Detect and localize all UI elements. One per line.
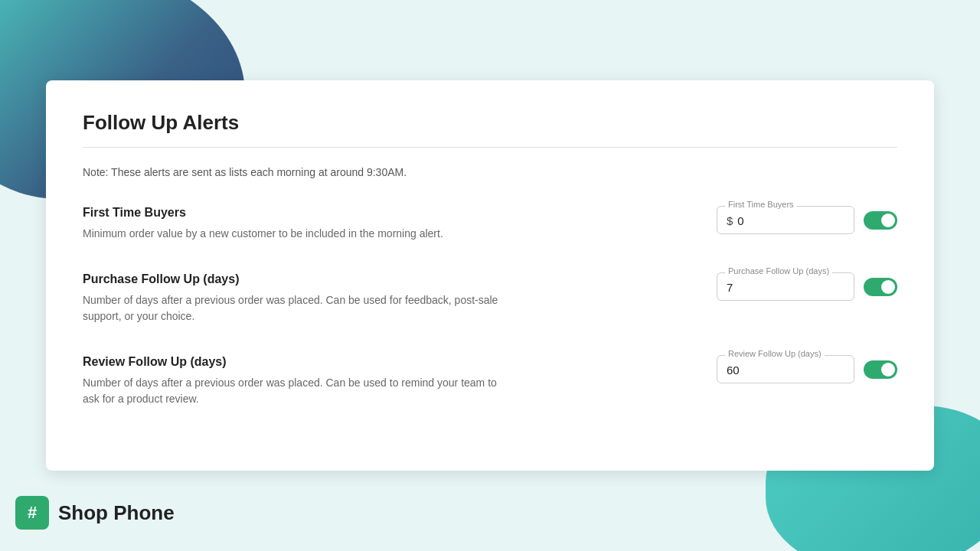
toggle-first-time-buyers[interactable] bbox=[864, 211, 897, 230]
field-input-row-first-time-buyers: $ 0 bbox=[727, 211, 844, 227]
toggle-knob-review-follow-up bbox=[881, 363, 895, 377]
field-wrapper-purchase-follow-up: Purchase Follow Up (days) 7 bbox=[717, 272, 854, 301]
brand-logo: # Shop Phone bbox=[15, 496, 175, 530]
field-value-purchase-follow-up[interactable]: 7 bbox=[727, 281, 733, 294]
toggle-knob-purchase-follow-up bbox=[881, 280, 895, 294]
bottom-bar: # Shop Phone bbox=[0, 474, 980, 551]
alert-control-review-follow-up: Review Follow Up (days) 60 bbox=[717, 355, 897, 383]
field-value-first-time-buyers[interactable]: 0 bbox=[737, 214, 743, 227]
brand-name: Shop Phone bbox=[58, 501, 175, 525]
alert-info-purchase-follow-up: Purchase Follow Up (days) Number of days… bbox=[83, 272, 511, 324]
alert-row-purchase-follow-up: Purchase Follow Up (days) Number of days… bbox=[83, 272, 897, 324]
alert-info-review-follow-up: Review Follow Up (days) Number of days a… bbox=[83, 355, 511, 407]
field-wrapper-review-follow-up: Review Follow Up (days) 60 bbox=[717, 355, 854, 383]
field-label-review-follow-up: Review Follow Up (days) bbox=[725, 349, 825, 358]
note-text: Note: These alerts are sent as lists eac… bbox=[83, 166, 897, 178]
alert-row-first-time-buyers: First Time Buyers Minimum order value by… bbox=[83, 206, 897, 242]
alert-title-purchase-follow-up: Purchase Follow Up (days) bbox=[83, 272, 511, 286]
toggle-knob-first-time-buyers bbox=[881, 214, 895, 227]
main-card: Follow Up Alerts Note: These alerts are … bbox=[46, 80, 934, 471]
field-input-row-review-follow-up: 60 bbox=[727, 360, 844, 377]
title-divider bbox=[83, 147, 897, 148]
field-prefix-first-time-buyers: $ bbox=[727, 214, 733, 227]
field-value-review-follow-up[interactable]: 60 bbox=[727, 364, 740, 377]
alert-info-first-time-buyers: First Time Buyers Minimum order value by… bbox=[83, 206, 443, 242]
alerts-container: First Time Buyers Minimum order value by… bbox=[83, 206, 897, 407]
alert-title-review-follow-up: Review Follow Up (days) bbox=[83, 355, 511, 369]
brand-icon-symbol: # bbox=[28, 503, 37, 523]
page-title: Follow Up Alerts bbox=[83, 111, 897, 135]
alert-control-purchase-follow-up: Purchase Follow Up (days) 7 bbox=[717, 272, 897, 301]
toggle-review-follow-up[interactable] bbox=[864, 360, 897, 379]
field-wrapper-first-time-buyers: First Time Buyers $ 0 bbox=[717, 206, 854, 234]
alert-row-review-follow-up: Review Follow Up (days) Number of days a… bbox=[83, 355, 897, 407]
alert-desc-review-follow-up: Number of days after a previous order wa… bbox=[83, 375, 511, 407]
field-label-purchase-follow-up: Purchase Follow Up (days) bbox=[725, 266, 832, 276]
brand-icon: # bbox=[15, 496, 49, 530]
alert-desc-purchase-follow-up: Number of days after a previous order wa… bbox=[83, 292, 511, 324]
field-label-first-time-buyers: First Time Buyers bbox=[725, 200, 797, 209]
alert-control-first-time-buyers: First Time Buyers $ 0 bbox=[717, 206, 897, 234]
field-input-row-purchase-follow-up: 7 bbox=[727, 278, 844, 294]
alert-title-first-time-buyers: First Time Buyers bbox=[83, 206, 443, 220]
alert-desc-first-time-buyers: Minimum order value by a new customer to… bbox=[83, 226, 443, 242]
toggle-purchase-follow-up[interactable] bbox=[864, 278, 897, 296]
